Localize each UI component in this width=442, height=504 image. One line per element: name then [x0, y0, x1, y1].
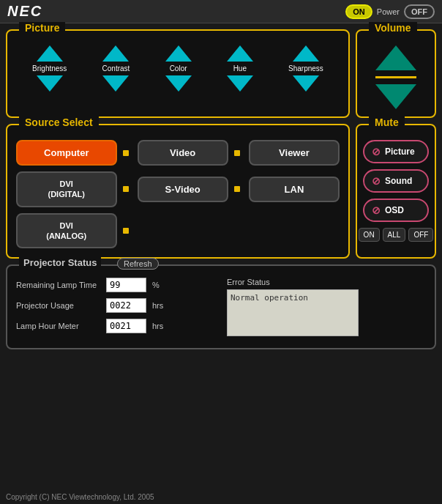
mute-picture-icon: ⊘ — [372, 146, 381, 158]
color-control: Color — [165, 45, 192, 92]
color-label: Color — [170, 64, 187, 73]
brightness-label: Brightness — [32, 64, 67, 73]
color-up-button[interactable] — [165, 45, 192, 62]
contrast-up-button[interactable] — [102, 45, 129, 62]
lamp-meter-unit: hrs — [152, 322, 163, 330]
mute-osd-button[interactable]: ⊘ OSD — [363, 199, 429, 222]
picture-title: Picture — [19, 22, 65, 34]
mute-sound-icon: ⊘ — [372, 175, 381, 187]
projector-usage-label: Projector Usage — [16, 301, 100, 310]
lamp-time-row: Remaining Lamp Time % — [16, 278, 215, 292]
lamp-time-input[interactable] — [106, 278, 146, 292]
hue-down-button[interactable] — [227, 75, 253, 92]
mute-all-row: ON ALL OFF — [359, 228, 434, 242]
contrast-down-button[interactable] — [102, 75, 129, 92]
picture-controls: Brightness Contrast Color Hue — [15, 45, 341, 92]
mute-sound-label: Sound — [385, 176, 412, 186]
nec-logo: NEC — [7, 3, 42, 20]
source-svideo-button[interactable]: S-Video — [138, 177, 228, 202]
lamp-meter-label: Lamp Hour Meter — [16, 322, 100, 330]
source-viewer-button[interactable]: Viewer — [249, 140, 340, 166]
main-content: Picture Brightness Contrast Color — [0, 23, 442, 355]
volume-up-button[interactable] — [375, 45, 416, 70]
source-grid: Computer Video Viewer DVI(DIGITAL) S-Vid… — [16, 140, 340, 248]
power-on-button[interactable]: ON — [345, 4, 372, 19]
source-video-button[interactable]: Video — [138, 140, 228, 166]
mute-panel: Mute ⊘ Picture ⊘ Sound ⊘ OSD ON ALL OFF — [356, 124, 436, 259]
projector-usage-unit: hrs — [152, 301, 163, 310]
color-down-button[interactable] — [165, 75, 192, 92]
source-title: Source Select — [19, 116, 99, 128]
mute-osd-label: OSD — [385, 205, 404, 215]
mute-all-on-button[interactable]: ON — [359, 228, 380, 242]
contrast-control: Contrast — [102, 45, 130, 92]
source-dot-4 — [234, 186, 240, 192]
sharpness-control: Sharpness — [288, 45, 323, 92]
source-dvi-digital-button[interactable]: DVI(DIGITAL) — [16, 171, 117, 207]
projector-usage-input[interactable] — [106, 298, 146, 313]
lamp-time-unit: % — [152, 281, 160, 289]
top-row: Picture Brightness Contrast Color — [6, 29, 436, 118]
volume-down-button[interactable] — [375, 84, 416, 109]
sharpness-down-button[interactable] — [293, 75, 319, 92]
volume-title: Volume — [369, 22, 417, 34]
brightness-control: Brightness — [32, 45, 67, 92]
power-off-button[interactable]: OFF — [404, 4, 435, 19]
copyright-text: Copyright (C) NEC Viewtechnology, Ltd. 2… — [6, 493, 154, 501]
source-dot-5 — [123, 228, 129, 234]
brightness-down-button[interactable] — [37, 75, 63, 92]
mute-title: Mute — [369, 116, 405, 128]
contrast-label: Contrast — [102, 64, 130, 73]
middle-row: Source Select Computer Video Viewer DVI(… — [6, 124, 436, 259]
source-dvi-analog-button[interactable]: DVI(ANALOG) — [16, 213, 117, 249]
lamp-meter-input[interactable] — [106, 319, 146, 333]
projector-status-panel: Projector Status Refresh Remaining Lamp … — [6, 264, 436, 349]
source-panel: Source Select Computer Video Viewer DVI(… — [6, 124, 350, 259]
source-computer-button[interactable]: Computer — [16, 140, 117, 166]
source-dot-3 — [123, 186, 129, 192]
header: NEC ON Power OFF — [0, 0, 442, 23]
power-label: Power — [377, 7, 400, 16]
mute-all-off-button[interactable]: OFF — [408, 228, 433, 242]
mute-sound-button[interactable]: ⊘ Sound — [363, 169, 429, 193]
sharpness-up-button[interactable] — [293, 45, 319, 62]
volume-panel: Volume — [356, 29, 436, 118]
status-fields: Remaining Lamp Time % Projector Usage hr… — [16, 278, 215, 339]
footer: Copyright (C) NEC Viewtechnology, Ltd. 2… — [6, 493, 154, 501]
error-status-label: Error Status — [227, 278, 426, 286]
source-dot-2 — [234, 150, 240, 156]
projector-usage-row: Projector Usage hrs — [16, 298, 215, 313]
power-controls: ON Power OFF — [345, 4, 435, 19]
error-status-display: Normal operation — [227, 289, 359, 336]
volume-divider — [375, 76, 416, 78]
status-content: Remaining Lamp Time % Projector Usage hr… — [16, 278, 426, 339]
mute-picture-button[interactable]: ⊘ Picture — [363, 140, 429, 163]
error-status-section: Error Status Normal operation — [227, 278, 426, 339]
mute-picture-label: Picture — [385, 147, 415, 157]
hue-up-button[interactable] — [227, 45, 253, 62]
hue-control: Hue — [227, 45, 253, 92]
brightness-up-button[interactable] — [37, 45, 63, 62]
lamp-meter-row: Lamp Hour Meter hrs — [16, 319, 215, 333]
mute-all-all-button[interactable]: ALL — [383, 228, 406, 242]
refresh-button[interactable]: Refresh — [117, 258, 159, 270]
sharpness-label: Sharpness — [288, 64, 323, 73]
hue-label: Hue — [233, 64, 247, 73]
status-title: Projector Status — [19, 257, 101, 268]
source-dot-1 — [123, 150, 129, 156]
mute-osd-icon: ⊘ — [372, 204, 381, 216]
lamp-time-label: Remaining Lamp Time — [16, 281, 100, 289]
source-lan-button[interactable]: LAN — [249, 177, 340, 202]
picture-panel: Picture Brightness Contrast Color — [6, 29, 350, 118]
